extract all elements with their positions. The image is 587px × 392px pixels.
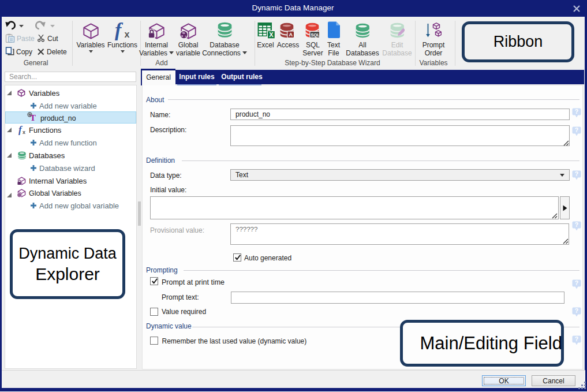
svg-text:A: A: [289, 32, 293, 38]
svg-text:?: ?: [575, 307, 578, 314]
svg-text:?: ?: [575, 335, 578, 342]
svg-text:?: ?: [575, 108, 578, 115]
svg-text:?: ?: [575, 279, 578, 286]
svg-text:?: ?: [575, 221, 578, 228]
svg-text:X: X: [269, 31, 274, 38]
svg-text:SQL: SQL: [311, 32, 319, 37]
svg-text:?: ?: [575, 126, 578, 133]
svg-text:?: ?: [575, 170, 578, 177]
